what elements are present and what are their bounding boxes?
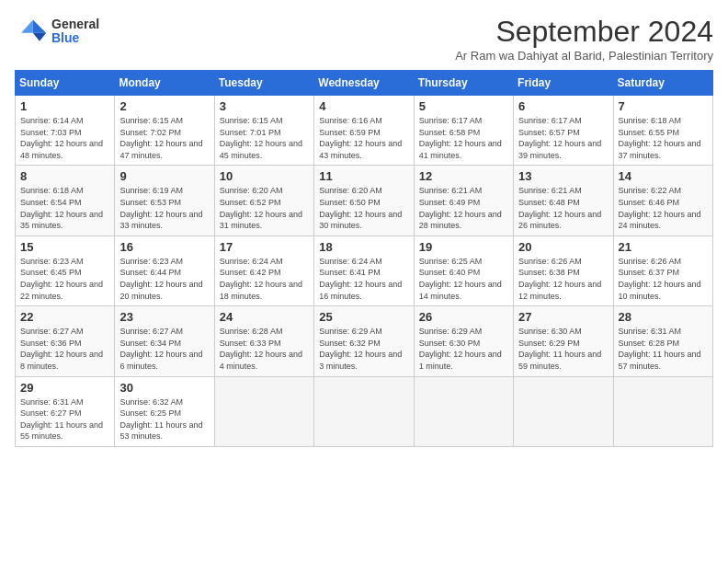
- calendar-cell: [314, 376, 414, 446]
- day-info: Sunrise: 6:32 AMSunset: 6:25 PMDaylight:…: [119, 396, 209, 442]
- svg-marker-2: [33, 33, 46, 41]
- day-number: 20: [518, 240, 608, 254]
- day-number: 4: [319, 99, 408, 113]
- calendar-cell: 14Sunrise: 6:22 AMSunset: 6:46 PMDayligh…: [613, 166, 712, 236]
- day-number: 30: [119, 381, 209, 395]
- calendar-cell: 19Sunrise: 6:25 AMSunset: 6:40 PMDayligh…: [414, 236, 513, 305]
- day-number: 24: [220, 310, 309, 324]
- day-info: Sunrise: 6:17 AMSunset: 6:58 PMDaylight:…: [419, 115, 508, 161]
- day-number: 11: [319, 169, 408, 183]
- calendar-cell: 22Sunrise: 6:27 AMSunset: 6:36 PMDayligh…: [16, 306, 115, 376]
- calendar-cell: 24Sunrise: 6:28 AMSunset: 6:33 PMDayligh…: [214, 306, 313, 376]
- day-info: Sunrise: 6:29 AMSunset: 6:32 PMDaylight:…: [319, 326, 408, 372]
- day-info: Sunrise: 6:21 AMSunset: 6:48 PMDaylight:…: [518, 185, 608, 231]
- calendar-cell: 2Sunrise: 6:15 AMSunset: 7:02 PMDaylight…: [115, 96, 214, 166]
- calendar-cell: 4Sunrise: 6:16 AMSunset: 6:59 PMDaylight…: [314, 96, 414, 166]
- calendar-cell: 16Sunrise: 6:23 AMSunset: 6:44 PMDayligh…: [115, 236, 214, 305]
- calendar-week-row: 1Sunrise: 6:14 AMSunset: 7:03 PMDaylight…: [16, 96, 713, 166]
- day-info: Sunrise: 6:27 AMSunset: 6:34 PMDaylight:…: [119, 326, 209, 372]
- logo-general-label: General: [51, 17, 99, 31]
- calendar-cell: 3Sunrise: 6:15 AMSunset: 7:01 PMDaylight…: [214, 96, 313, 166]
- day-info: Sunrise: 6:29 AMSunset: 6:30 PMDaylight:…: [419, 326, 508, 372]
- calendar-cell: 26Sunrise: 6:29 AMSunset: 6:30 PMDayligh…: [414, 306, 513, 376]
- calendar-cell: 8Sunrise: 6:18 AMSunset: 6:54 PMDaylight…: [16, 166, 115, 236]
- day-number: 8: [20, 169, 109, 183]
- calendar-cell: [514, 376, 613, 446]
- day-info: Sunrise: 6:24 AMSunset: 6:41 PMDaylight:…: [319, 256, 408, 302]
- day-number: 26: [419, 310, 508, 324]
- column-header-sunday: Sunday: [16, 71, 115, 96]
- day-info: Sunrise: 6:31 AMSunset: 6:28 PMDaylight:…: [619, 326, 708, 372]
- calendar-cell: 6Sunrise: 6:17 AMSunset: 6:57 PMDaylight…: [514, 96, 613, 166]
- day-number: 5: [419, 99, 508, 113]
- month-title: September 2024: [455, 15, 713, 49]
- svg-marker-1: [21, 19, 33, 32]
- calendar-table: SundayMondayTuesdayWednesdayThursdayFrid…: [15, 70, 713, 447]
- day-info: Sunrise: 6:15 AMSunset: 7:02 PMDaylight:…: [119, 115, 209, 161]
- day-number: 3: [220, 99, 309, 113]
- day-number: 14: [619, 169, 708, 183]
- day-number: 9: [119, 169, 209, 183]
- day-info: Sunrise: 6:28 AMSunset: 6:33 PMDaylight:…: [220, 326, 309, 372]
- day-number: 28: [619, 310, 708, 324]
- day-info: Sunrise: 6:26 AMSunset: 6:37 PMDaylight:…: [619, 256, 708, 302]
- page-header: General Blue September 2024 Ar Ram wa Da…: [15, 15, 713, 63]
- calendar-cell: 28Sunrise: 6:31 AMSunset: 6:28 PMDayligh…: [613, 306, 712, 376]
- calendar-cell: 12Sunrise: 6:21 AMSunset: 6:49 PMDayligh…: [414, 166, 513, 236]
- calendar-cell: 25Sunrise: 6:29 AMSunset: 6:32 PMDayligh…: [314, 306, 414, 376]
- calendar-cell: 20Sunrise: 6:26 AMSunset: 6:38 PMDayligh…: [514, 236, 613, 305]
- calendar-cell: 9Sunrise: 6:19 AMSunset: 6:53 PMDaylight…: [115, 166, 214, 236]
- logo: General Blue: [15, 15, 99, 48]
- day-info: Sunrise: 6:16 AMSunset: 6:59 PMDaylight:…: [319, 115, 408, 161]
- day-info: Sunrise: 6:18 AMSunset: 6:54 PMDaylight:…: [20, 185, 109, 231]
- calendar-cell: 23Sunrise: 6:27 AMSunset: 6:34 PMDayligh…: [115, 306, 214, 376]
- day-number: 18: [319, 240, 408, 254]
- day-number: 7: [619, 99, 708, 113]
- calendar-cell: 5Sunrise: 6:17 AMSunset: 6:58 PMDaylight…: [414, 96, 513, 166]
- day-info: Sunrise: 6:25 AMSunset: 6:40 PMDaylight:…: [419, 256, 508, 302]
- day-number: 27: [518, 310, 608, 324]
- calendar-cell: 18Sunrise: 6:24 AMSunset: 6:41 PMDayligh…: [314, 236, 414, 305]
- day-info: Sunrise: 6:23 AMSunset: 6:45 PMDaylight:…: [20, 256, 109, 302]
- column-header-friday: Friday: [514, 71, 613, 96]
- day-number: 2: [119, 99, 209, 113]
- day-number: 21: [619, 240, 708, 254]
- column-header-wednesday: Wednesday: [314, 71, 414, 96]
- day-number: 10: [220, 169, 309, 183]
- day-number: 15: [20, 240, 109, 254]
- day-number: 12: [419, 169, 508, 183]
- svg-marker-0: [33, 19, 46, 32]
- calendar-week-row: 15Sunrise: 6:23 AMSunset: 6:45 PMDayligh…: [16, 236, 713, 305]
- calendar-cell: 13Sunrise: 6:21 AMSunset: 6:48 PMDayligh…: [514, 166, 613, 236]
- day-number: 22: [20, 310, 109, 324]
- day-info: Sunrise: 6:20 AMSunset: 6:52 PMDaylight:…: [220, 185, 309, 231]
- day-number: 16: [119, 240, 209, 254]
- calendar-cell: 15Sunrise: 6:23 AMSunset: 6:45 PMDayligh…: [16, 236, 115, 305]
- logo-blue-label: Blue: [51, 31, 99, 45]
- day-info: Sunrise: 6:26 AMSunset: 6:38 PMDaylight:…: [518, 256, 608, 302]
- calendar-cell: [613, 376, 712, 446]
- calendar-cell: 7Sunrise: 6:18 AMSunset: 6:55 PMDaylight…: [613, 96, 712, 166]
- calendar-header-row: SundayMondayTuesdayWednesdayThursdayFrid…: [16, 71, 713, 96]
- day-number: 25: [319, 310, 408, 324]
- calendar-cell: 1Sunrise: 6:14 AMSunset: 7:03 PMDaylight…: [16, 96, 115, 166]
- day-info: Sunrise: 6:23 AMSunset: 6:44 PMDaylight:…: [119, 256, 209, 302]
- title-block: September 2024 Ar Ram wa Dahiyat al Bari…: [455, 15, 713, 63]
- column-header-tuesday: Tuesday: [214, 71, 313, 96]
- day-info: Sunrise: 6:22 AMSunset: 6:46 PMDaylight:…: [619, 185, 708, 231]
- day-info: Sunrise: 6:20 AMSunset: 6:50 PMDaylight:…: [319, 185, 408, 231]
- calendar-cell: [414, 376, 513, 446]
- calendar-cell: 27Sunrise: 6:30 AMSunset: 6:29 PMDayligh…: [514, 306, 613, 376]
- calendar-cell: [214, 376, 313, 446]
- day-number: 6: [518, 99, 608, 113]
- day-info: Sunrise: 6:31 AMSunset: 6:27 PMDaylight:…: [20, 396, 109, 442]
- day-info: Sunrise: 6:27 AMSunset: 6:36 PMDaylight:…: [20, 326, 109, 372]
- day-info: Sunrise: 6:24 AMSunset: 6:42 PMDaylight:…: [220, 256, 309, 302]
- column-header-saturday: Saturday: [613, 71, 712, 96]
- column-header-monday: Monday: [115, 71, 214, 96]
- day-number: 17: [220, 240, 309, 254]
- calendar-cell: 29Sunrise: 6:31 AMSunset: 6:27 PMDayligh…: [16, 376, 115, 446]
- day-number: 19: [419, 240, 508, 254]
- day-info: Sunrise: 6:18 AMSunset: 6:55 PMDaylight:…: [619, 115, 708, 161]
- calendar-cell: 10Sunrise: 6:20 AMSunset: 6:52 PMDayligh…: [214, 166, 313, 236]
